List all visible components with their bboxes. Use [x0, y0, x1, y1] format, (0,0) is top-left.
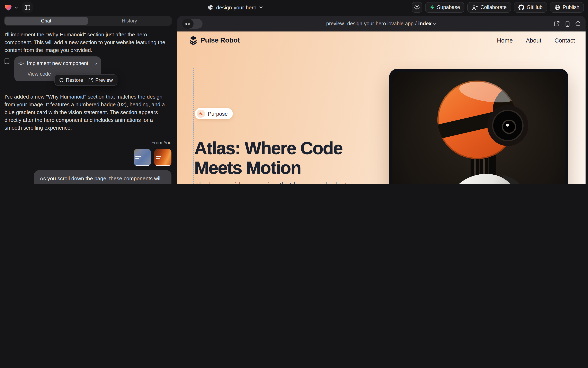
- collaborate-button[interactable]: Collaborate: [467, 2, 511, 13]
- refresh-button[interactable]: [575, 21, 581, 27]
- component-card-title: Implement new component: [27, 60, 88, 67]
- layers-logo-icon: [190, 36, 197, 45]
- project-chevron-down-icon: [259, 6, 263, 9]
- restore-icon: [59, 78, 64, 83]
- assistant-message: I'll implement the "Why Humanoid" sectio…: [4, 31, 171, 54]
- pulse-icon: [197, 110, 205, 118]
- hero-subheading: The humanoid companion that learns and a…: [195, 180, 351, 184]
- sidebar-toggle-button[interactable]: [22, 2, 33, 13]
- hero-heading: Atlas: Where Code Meets Motion: [194, 138, 387, 177]
- chat-panel: Chat History I'll implement the "Why Hum…: [0, 15, 177, 184]
- github-button[interactable]: GitHub: [514, 2, 547, 13]
- person-plus-icon: [472, 5, 478, 10]
- hero-section-selected[interactable]: Purpose Atlas: Where Code Meets Motion T…: [193, 68, 569, 184]
- settings-button[interactable]: [412, 2, 422, 13]
- github-icon: [518, 4, 524, 10]
- nav-link-home[interactable]: Home: [497, 37, 513, 44]
- sidebar-panel-icon: [25, 5, 30, 10]
- gear-icon: [414, 4, 420, 10]
- attachment-thumbnail-orange[interactable]: [154, 149, 171, 166]
- tab-chat[interactable]: Chat: [4, 17, 88, 25]
- topbar: design-your-hero Supabase Co: [0, 0, 588, 15]
- open-in-new-tab-button[interactable]: [554, 21, 560, 27]
- app-window: design-your-hero Supabase Co: [0, 0, 588, 184]
- nav-link-contact[interactable]: Contact: [554, 37, 575, 44]
- attachment-thumbnail-blue[interactable]: [134, 149, 151, 166]
- workspace-chevron-down-icon[interactable]: [15, 6, 18, 8]
- restore-button[interactable]: Restore: [59, 77, 83, 83]
- chevron-down-icon: [433, 23, 436, 25]
- preview-button[interactable]: Preview: [88, 77, 113, 83]
- chat-history-tabs: Chat History: [4, 16, 172, 26]
- code-icon: <>: [182, 19, 194, 29]
- rendered-website: Pulse Robot Home About Contact Purpose A…: [177, 31, 586, 184]
- bookmark-icon[interactable]: [4, 58, 9, 81]
- hero-robot-card: [389, 69, 568, 184]
- lovable-logo-heart-icon[interactable]: [4, 4, 12, 11]
- project-switcher[interactable]: design-your-hero: [208, 4, 263, 10]
- preview-panel: <> preview--design-your-hero.lovable.app…: [177, 16, 586, 184]
- version-popover: Restore Preview: [54, 74, 117, 86]
- publish-globe-icon: [554, 4, 560, 10]
- message-list: I'll implement the "Why Humanoid" sectio…: [0, 26, 177, 184]
- preview-url-bar[interactable]: preview--design-your-hero.lovable.app / …: [326, 21, 436, 27]
- code-icon: <>: [19, 60, 24, 67]
- user-message-bubble: As you scroll down the page, these compo…: [34, 170, 171, 184]
- preview-page: index: [418, 21, 431, 27]
- publish-button[interactable]: Publish: [550, 2, 584, 13]
- purpose-badge: Purpose: [195, 108, 233, 120]
- supabase-icon: [430, 5, 435, 10]
- tab-history[interactable]: History: [88, 17, 171, 25]
- preview-toolbar: <> preview--design-your-hero.lovable.app…: [177, 16, 586, 31]
- supabase-button[interactable]: Supabase: [425, 2, 465, 13]
- mobile-view-button[interactable]: [566, 21, 569, 27]
- preview-url: preview--design-your-hero.lovable.app: [326, 21, 414, 27]
- site-logo[interactable]: Pulse Robot: [190, 36, 240, 45]
- robot-hero-image: [392, 72, 566, 184]
- code-preview-toggle[interactable]: <>: [182, 19, 203, 29]
- site-navbar: Pulse Robot Home About Contact: [190, 36, 575, 45]
- project-name: design-your-hero: [216, 4, 256, 10]
- external-link-icon: [88, 78, 93, 83]
- globe-icon: [208, 4, 213, 10]
- chevron-right-icon: ›: [95, 60, 97, 67]
- from-you-label: From You: [4, 139, 171, 147]
- nav-link-about[interactable]: About: [526, 37, 541, 44]
- assistant-message: I've added a new "Why Humanoid" section …: [4, 93, 171, 132]
